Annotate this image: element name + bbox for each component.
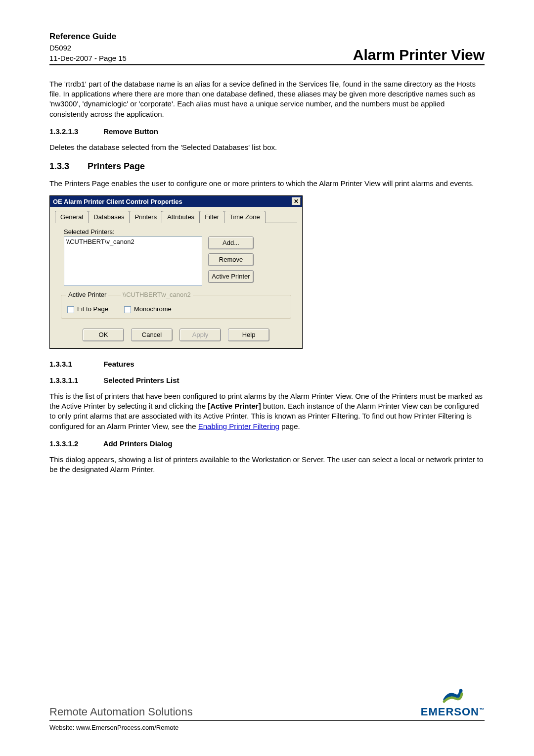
section-title: Alarm Printer View: [353, 47, 485, 63]
paragraph-rtrdb: The 'rtrdb1' part of the database name i…: [49, 79, 485, 119]
doc-id: D5092: [49, 43, 127, 53]
heading-remove-button: 1.3.2.1.3 Remove Button: [49, 127, 485, 136]
checkbox-icon: [124, 306, 131, 313]
checkbox-icon: [67, 306, 74, 313]
apply-button[interactable]: Apply: [179, 329, 221, 341]
tab-general[interactable]: General: [55, 211, 89, 223]
paragraph-selected-printers: This is the list of printers that have b…: [49, 391, 485, 431]
page-header: Reference Guide D5092 11-Dec-2007 - Page…: [49, 31, 485, 65]
paragraph-printers-page: The Printers Page enables the user to co…: [49, 179, 485, 189]
fit-to-page-checkbox[interactable]: Fit to Page: [67, 305, 108, 313]
close-icon[interactable]: ✕: [292, 197, 301, 205]
active-printer-name: \\CUTHBERT\v_canon2: [121, 291, 193, 298]
helix-icon: [440, 686, 465, 705]
dialog-title: OE Alarm Printer Client Control Properti…: [53, 198, 182, 205]
emerson-logo: EMERSON™: [421, 686, 485, 718]
heading-number: 1.3.3.1.2: [49, 439, 101, 448]
footer-brand: Remote Automation Solutions: [49, 706, 193, 718]
monochrome-checkbox[interactable]: Monochrome: [124, 305, 172, 313]
heading-text: Printers Page: [88, 161, 145, 171]
dialog-titlebar[interactable]: OE Alarm Printer Client Control Properti…: [50, 196, 302, 207]
tab-timezone[interactable]: Time Zone: [224, 211, 266, 223]
active-printer-groupbox: Active Printer \\CUTHBERT\v_canon2 Fit t…: [61, 295, 291, 319]
guide-title: Reference Guide: [49, 31, 127, 43]
remove-button[interactable]: Remove: [208, 253, 254, 266]
heading-text: Remove Button: [103, 127, 158, 136]
paragraph-add-printers: This dialog appears, showing a list of p…: [49, 455, 485, 475]
heading-features: 1.3.3.1 Features: [49, 360, 485, 368]
heading-text: Selected Printers List: [103, 376, 179, 384]
properties-dialog: OE Alarm Printer Client Control Properti…: [49, 195, 303, 349]
heading-number: 1.3.2.1.3: [49, 127, 101, 136]
active-printer-button[interactable]: Active Printer: [208, 270, 254, 283]
heading-add-printers-dialog: 1.3.3.1.2 Add Printers Dialog: [49, 439, 485, 448]
heading-number: 1.3.3.1: [49, 360, 101, 368]
add-button[interactable]: Add...: [208, 236, 254, 249]
tab-attributes[interactable]: Attributes: [162, 211, 200, 223]
tab-filter[interactable]: Filter: [200, 211, 224, 223]
selected-printers-listbox[interactable]: \\CUTHBERT\v_canon2: [64, 236, 202, 286]
list-item[interactable]: \\CUTHBERT\v_canon2: [66, 238, 200, 245]
heading-number: 1.3.3.1.1: [49, 376, 101, 384]
active-printer-bold: [Active Printer]: [208, 402, 261, 410]
heading-text: Features: [103, 360, 134, 368]
emerson-wordmark: EMERSON™: [421, 706, 485, 718]
heading-printers-page: 1.3.3 Printers Page: [49, 161, 485, 172]
footer-website: Website: www.EmersonProcess.com/Remote: [49, 724, 485, 731]
help-button[interactable]: Help: [228, 329, 269, 341]
date-page: 11-Dec-2007 - Page 15: [49, 53, 127, 63]
paragraph-remove: Deletes the database selected from the '…: [49, 142, 485, 152]
cancel-button[interactable]: Cancel: [131, 329, 173, 341]
groupbox-legend: Active Printer: [66, 291, 108, 298]
tab-databases[interactable]: Databases: [89, 211, 130, 223]
enabling-printer-filtering-link[interactable]: Enabling Printer Filtering: [198, 422, 279, 430]
ok-button[interactable]: OK: [83, 329, 124, 341]
heading-selected-printers-list: 1.3.3.1.1 Selected Printers List: [49, 376, 485, 384]
tab-strip: General Databases Printers Attributes Fi…: [55, 211, 297, 223]
heading-text: Add Printers Dialog: [103, 439, 173, 448]
page-footer: Remote Automation Solutions EMERSON™ Web…: [49, 686, 485, 731]
heading-number: 1.3.3: [49, 161, 85, 172]
tab-printers[interactable]: Printers: [130, 211, 162, 223]
selected-printers-label: Selected Printers:: [64, 228, 297, 236]
